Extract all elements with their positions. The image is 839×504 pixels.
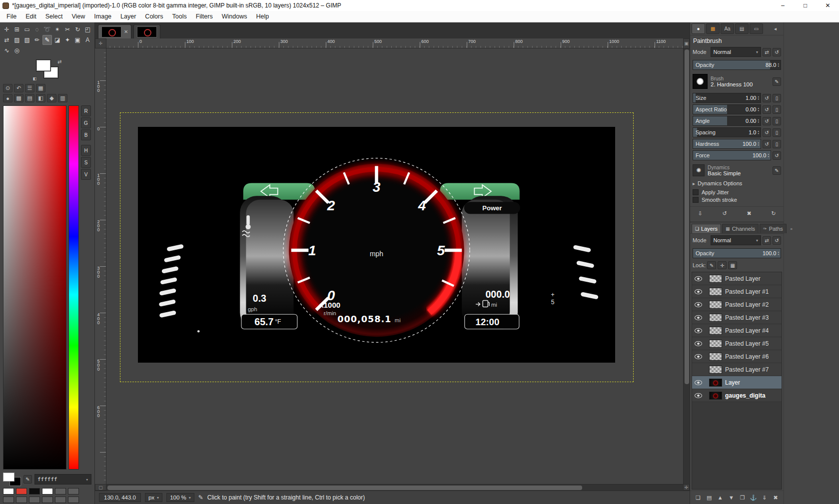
tool-airbrush-button[interactable]: ✦: [62, 35, 72, 45]
brush-preview-icon[interactable]: ●: [3, 94, 12, 102]
minimize-button[interactable]: –: [772, 0, 794, 11]
palette-preview-icon[interactable]: ◧: [36, 94, 45, 102]
color-history-swatch[interactable]: [29, 497, 40, 503]
maximize-button[interactable]: □: [794, 0, 817, 11]
layer-row[interactable]: Pasted Layer #2: [692, 298, 782, 311]
dynamics-options-expander[interactable]: ▸ Dynamics Options: [693, 180, 781, 186]
tool-angle-slider[interactable]: Angle0.00▴▾: [693, 116, 761, 126]
image-tab-1[interactable]: ✕: [98, 24, 131, 38]
bookmark-icon[interactable]: ▯: [773, 140, 781, 148]
image-tab-2[interactable]: [133, 24, 160, 38]
color-history-swatch[interactable]: [68, 497, 79, 503]
tool-hardness-slider[interactable]: Hardness100.0▴▾: [693, 139, 761, 149]
color-history-swatch[interactable]: [16, 497, 27, 503]
navigation-button[interactable]: ✛: [683, 484, 690, 491]
channel-r-button[interactable]: R: [81, 105, 91, 116]
color-history-swatch[interactable]: [16, 488, 27, 495]
quick-mask-button[interactable]: ▢: [95, 484, 106, 491]
spinner-icon[interactable]: ▴▾: [778, 62, 781, 67]
vertical-scrollbar[interactable]: [683, 48, 690, 484]
visibility-eye-icon[interactable]: [693, 312, 703, 323]
dynamics-selector[interactable]: ✺ Dynamics Basic Simple ✎: [693, 164, 781, 176]
merge-down-button[interactable]: ⇓: [760, 493, 770, 502]
reset-icon[interactable]: ↺: [773, 151, 781, 160]
bookmark-icon[interactable]: ▯: [773, 105, 781, 114]
reset-icon[interactable]: ↺: [763, 94, 771, 102]
zoom-select[interactable]: 100 %▾: [166, 493, 194, 502]
anchor-layer-button[interactable]: ⚓: [749, 493, 759, 502]
layer-row[interactable]: Pasted Layer #7: [692, 363, 782, 376]
save-tool-preset-button[interactable]: ⇩: [695, 209, 705, 218]
foreground-color-swatch[interactable]: [36, 59, 51, 71]
tab-layers[interactable]: ❏Layers: [692, 224, 721, 233]
tool-free-select-button[interactable]: ➰: [42, 24, 52, 34]
tool-smudge-button[interactable]: ∿: [2, 45, 11, 55]
reset-icon[interactable]: ↺: [763, 117, 771, 125]
patterns-tab[interactable]: ▩: [706, 23, 720, 34]
tab-channels[interactable]: ▦Channels: [722, 224, 759, 233]
current-colors-swatch[interactable]: [3, 473, 21, 486]
spinner-icon[interactable]: ▴▾: [758, 130, 761, 135]
tool-gradient-button[interactable]: ▧: [22, 35, 31, 45]
undo-history-icon[interactable]: ↶: [14, 84, 23, 92]
tool-opacity-slider[interactable]: Opacity88.0▴▾: [693, 60, 781, 70]
layer-row[interactable]: Pasted Layer #5: [692, 337, 782, 350]
tool-spacing-slider[interactable]: Spacing1.0▴▾: [693, 127, 761, 137]
color-history-swatch[interactable]: [42, 488, 53, 495]
new-layer-group-button[interactable]: ▤: [704, 493, 714, 502]
menu-tools[interactable]: Tools: [167, 11, 191, 21]
spinner-icon[interactable]: ▴▾: [758, 107, 761, 112]
fg-bg-color-widget[interactable]: ⇄ ◧: [33, 58, 62, 81]
layer-mode-dropdown[interactable]: Normal▾: [711, 235, 761, 245]
gradient-preview-icon[interactable]: ▤: [25, 94, 34, 102]
pattern-preview-icon[interactable]: ▩: [14, 94, 23, 102]
visibility-eye-icon[interactable]: [693, 273, 703, 284]
delete-layer-button[interactable]: ✖: [771, 493, 781, 502]
menu-help[interactable]: Help: [251, 11, 273, 21]
layer-mode-reset-icon[interactable]: ↺: [773, 236, 781, 245]
layer-mode-switch-icon[interactable]: ⇄: [763, 236, 771, 245]
menu-select[interactable]: Select: [41, 11, 67, 21]
menu-edit[interactable]: Edit: [21, 11, 41, 21]
visibility-eye-icon[interactable]: [693, 299, 703, 310]
visibility-eye-icon[interactable]: [693, 286, 703, 297]
close-button[interactable]: ✕: [817, 0, 839, 11]
visibility-eye-icon[interactable]: [693, 377, 703, 388]
menu-image[interactable]: Image: [89, 11, 116, 21]
hex-dropdown-icon[interactable]: ▾: [86, 477, 88, 482]
pointer-icon[interactable]: ⊙: [3, 84, 12, 92]
color-edit-icon[interactable]: ✎: [23, 475, 32, 484]
image-preview-icon[interactable]: ▥: [58, 94, 67, 102]
tool-eraser-button[interactable]: ◪: [52, 35, 62, 45]
hex-color-input[interactable]: ffffff ▾: [34, 474, 91, 485]
ruler-origin-button[interactable]: ✛: [95, 38, 106, 48]
visibility-eye-icon[interactable]: [693, 338, 703, 349]
tab-paths[interactable]: ✑Paths: [760, 224, 787, 233]
tool-ellipse-select-button[interactable]: ◌: [32, 24, 42, 34]
bookmark-icon[interactable]: ▯: [773, 117, 781, 125]
brush-selector[interactable]: Brush 2. Hardness 100 ✎: [693, 74, 781, 89]
brushes-tab[interactable]: ●: [692, 23, 705, 34]
layer-opacity-slider[interactable]: Opacity100.0▴▾: [693, 248, 781, 258]
spinner-icon[interactable]: ▴▾: [758, 95, 761, 100]
reset-icon[interactable]: ↺: [763, 140, 771, 148]
tool-paintbrush-button[interactable]: ✎: [42, 35, 52, 45]
tool-pencil-button[interactable]: ✏: [32, 35, 42, 45]
canvas-image[interactable]: Power: [138, 127, 615, 363]
fonts-tab[interactable]: Aa: [721, 23, 734, 34]
delete-tool-preset-button[interactable]: ✖: [744, 209, 754, 218]
font-preview-icon[interactable]: ◆: [47, 94, 56, 102]
tool-rectangle-select-button[interactable]: ▭: [22, 24, 31, 34]
dynamics-edit-icon[interactable]: ✎: [773, 166, 781, 175]
reset-icon[interactable]: ↺: [763, 105, 771, 114]
tool-move-button[interactable]: ✛: [2, 24, 11, 34]
tool-rotate-button[interactable]: ↻: [73, 24, 82, 34]
tab-close-icon[interactable]: ✕: [124, 29, 128, 34]
option-smooth-stroke[interactable]: Smooth stroke: [693, 197, 781, 203]
current-fg-swatch[interactable]: [3, 473, 14, 482]
unit-select[interactable]: px▾: [145, 493, 162, 502]
color-history-swatch[interactable]: [55, 488, 66, 495]
layer-row[interactable]: Layer: [692, 376, 782, 389]
tool-alignment-button[interactable]: ⊞: [12, 24, 21, 34]
visibility-eye-icon[interactable]: [693, 325, 703, 336]
